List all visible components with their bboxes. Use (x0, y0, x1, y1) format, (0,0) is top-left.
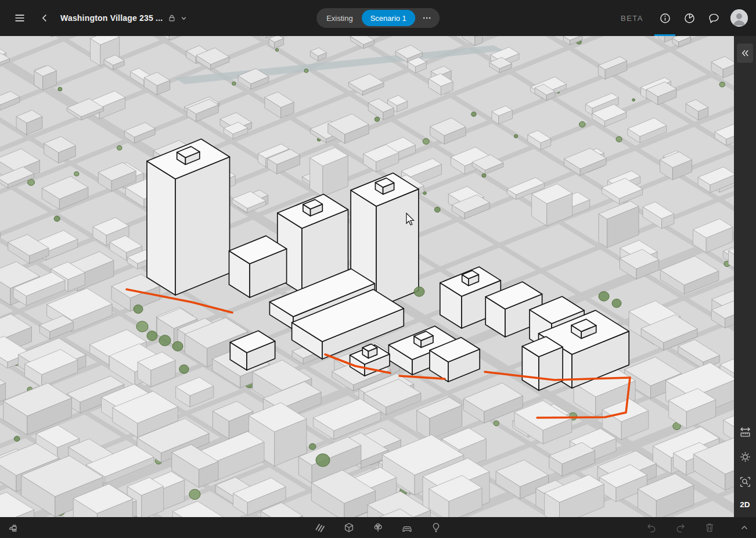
mobility-icon[interactable] (400, 521, 414, 535)
bottombar-right-group (645, 521, 756, 535)
scenario-toggle-pill: Existing Scenario 1 (316, 8, 440, 28)
more-options-icon[interactable] (415, 8, 438, 28)
measure-icon[interactable] (737, 424, 753, 439)
scenario-toggle: Existing Scenario 1 (316, 8, 440, 28)
active-tab-indicator (654, 34, 675, 36)
topbar-left-group: Washington Village 235 ... (0, 10, 188, 26)
scenario-1-button[interactable]: Scenario 1 (362, 10, 415, 26)
feedback-icon[interactable] (701, 0, 726, 36)
vegetation-icon[interactable] (371, 521, 385, 535)
bottom-toolbar (0, 517, 756, 538)
page-title: Washington Village 235 ... (60, 13, 163, 23)
buildings-icon[interactable] (342, 521, 356, 535)
top-bar: Washington Village 235 ... Existing Scen… (0, 0, 756, 36)
2d-mode-button[interactable]: 2D (740, 499, 750, 509)
development-tool-icon[interactable] (7, 521, 21, 535)
scene-3d[interactable] (0, 36, 756, 517)
map-canvas-area: 2D (0, 36, 756, 517)
collapse-toolbar-icon[interactable] (737, 521, 751, 535)
undo-icon[interactable] (645, 521, 658, 535)
app-window: Washington Village 235 ... Existing Scen… (0, 0, 756, 538)
search-area-icon[interactable] (737, 474, 753, 489)
topbar-right-group: BETA (621, 0, 756, 36)
bottombar-tools-group (313, 521, 443, 535)
rail-tools-group: 2D (737, 424, 753, 517)
info-icon[interactable] (653, 0, 677, 36)
avatar[interactable] (730, 9, 748, 27)
chevron-down-icon[interactable] (180, 15, 188, 22)
zoning-icon[interactable] (313, 521, 327, 535)
lighting-icon[interactable] (429, 521, 443, 535)
beta-label: BETA (621, 14, 643, 23)
delete-icon[interactable] (703, 521, 717, 535)
redo-icon[interactable] (674, 521, 687, 535)
back-icon[interactable] (37, 10, 52, 26)
lock-icon (168, 14, 176, 22)
existing-view-button[interactable]: Existing (318, 8, 362, 28)
collapse-panel-icon[interactable] (737, 44, 753, 63)
bottombar-left-group (0, 521, 21, 535)
project-title-menu[interactable]: Washington Village 235 ... (60, 13, 188, 23)
metrics-icon[interactable] (677, 0, 701, 36)
right-side-rail: 2D (734, 36, 756, 517)
menu-icon[interactable] (12, 10, 28, 26)
daylight-icon[interactable] (737, 449, 753, 464)
